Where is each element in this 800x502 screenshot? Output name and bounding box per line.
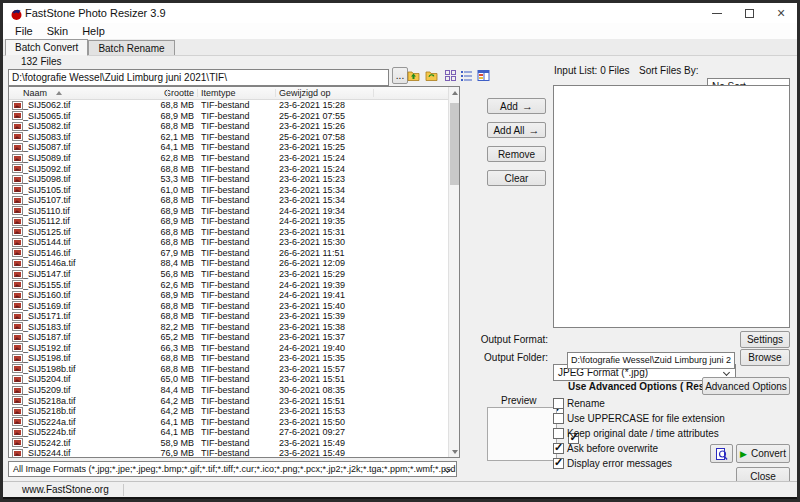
minimize-button[interactable] — [701, 3, 733, 23]
file-name: _SIJ5209.tif — [23, 385, 129, 395]
add-button[interactable]: Add→ — [487, 98, 546, 114]
table-row[interactable]: _SIJ5112.tif 68,9 MB TIF-bestand 24-6-20… — [9, 216, 448, 227]
checkbox-label: Display error messages — [567, 458, 672, 469]
settings-button[interactable]: Settings — [740, 331, 790, 348]
table-row[interactable]: _SIJ5083.tif 62,1 MB TIF-bestand 25-6-20… — [9, 132, 448, 143]
close-window-button[interactable]: × — [765, 3, 797, 23]
convert-button[interactable]: ▶ Convert — [736, 444, 790, 463]
tab-batch-rename[interactable]: Batch Rename — [88, 40, 174, 55]
image-file-icon — [12, 333, 23, 342]
menu-skin[interactable]: Skin — [40, 24, 75, 38]
table-row[interactable]: _SIJ5098.tif 53,3 MB TIF-bestand 23-6-20… — [9, 174, 448, 185]
scrollbar-thumb[interactable] — [450, 103, 459, 185]
option-checkbox-row[interactable]: Display error messages — [553, 458, 725, 470]
table-row[interactable]: _SIJ5146a.tif 88,4 MB TIF-bestand 26-6-2… — [9, 258, 448, 269]
column-header-itemtype[interactable]: Itemtype — [201, 88, 236, 98]
table-row[interactable]: _SIJ5107.tif 68,8 MB TIF-bestand 23-6-20… — [9, 195, 448, 206]
remove-button[interactable]: Remove — [487, 146, 546, 162]
option-checkbox-row[interactable]: Keep original date / time attributes — [553, 427, 725, 439]
table-row[interactable]: _SIJ5209.tif 84,4 MB TIF-bestand 30-6-20… — [9, 385, 448, 396]
table-row[interactable]: _SIJ5171.tif 68,8 MB TIF-bestand 23-6-20… — [9, 311, 448, 322]
table-row[interactable]: _SIJ5198b.tif 68,8 MB TIF-bestand 23-6-2… — [9, 364, 448, 375]
file-type: TIF-bestand — [201, 427, 279, 437]
maximize-button[interactable] — [733, 3, 765, 23]
image-file-icon — [12, 417, 23, 426]
folder-refresh-icon[interactable] — [424, 68, 438, 82]
image-file-icon — [12, 343, 23, 352]
file-modified: 23-6-2021 15:34 — [279, 195, 448, 205]
checkbox[interactable] — [553, 443, 564, 454]
image-file-icon — [12, 238, 23, 247]
file-name: _SIJ5062.tif — [23, 100, 129, 110]
thumbnails-view-icon[interactable] — [443, 68, 457, 82]
advanced-options-button[interactable]: Advanced Options — [702, 377, 790, 395]
option-checkbox-row[interactable]: Rename — [553, 397, 725, 409]
column-header-naam[interactable]: Naam — [23, 88, 47, 98]
file-name: _SIJ5082.tif — [23, 121, 129, 131]
file-type: TIF-bestand — [201, 100, 279, 110]
file-modified: 23-6-2021 15:29 — [279, 269, 448, 279]
menu-file[interactable]: File — [8, 24, 40, 38]
table-row[interactable]: _SIJ5160.tif 68,9 MB TIF-bestand 24-6-20… — [9, 290, 448, 301]
clear-button[interactable]: Clear — [487, 170, 546, 186]
source-path-input[interactable] — [8, 69, 389, 86]
browse-button[interactable]: Browse — [740, 349, 790, 366]
table-row[interactable]: _SIJ5169.tif 68,8 MB TIF-bestand 23-6-20… — [9, 300, 448, 311]
folder-up-icon[interactable] — [406, 68, 420, 82]
vertical-scrollbar[interactable] — [448, 87, 459, 457]
table-row[interactable]: _SIJ5147.tif 56,8 MB TIF-bestand 23-6-20… — [9, 269, 448, 280]
table-row[interactable]: _SIJ5198.tif 68,8 MB TIF-bestand 23-6-20… — [9, 353, 448, 364]
table-row[interactable]: _SIJ5105.tif 61,0 MB TIF-bestand 23-6-20… — [9, 184, 448, 195]
table-row[interactable]: _SIJ5110.tif 68,9 MB TIF-bestand 24-6-20… — [9, 205, 448, 216]
file-name: _SIJ5192.tif — [23, 343, 129, 353]
table-row[interactable]: _SIJ5087.tif 64,1 MB TIF-bestand 23-6-20… — [9, 142, 448, 153]
add-all-button[interactable]: Add All→ — [487, 122, 546, 138]
table-row[interactable]: _SIJ5062.tif 68,8 MB TIF-bestand 23-6-20… — [9, 100, 448, 111]
option-checkbox-row[interactable]: Ask before overwrite — [553, 443, 725, 455]
output-folder-input[interactable] — [567, 352, 735, 369]
table-row[interactable]: _SIJ5218a.tif 64,2 MB TIF-bestand 23-6-2… — [9, 395, 448, 406]
column-header-gewijzigd[interactable]: Gewijzigd op — [279, 88, 331, 98]
table-row[interactable]: _SIJ5146.tif 67,9 MB TIF-bestand 26-6-20… — [9, 248, 448, 259]
file-size: 68,8 MB — [129, 353, 194, 363]
table-row[interactable]: _SIJ5224a.tif 64,1 MB TIF-bestand 23-6-2… — [9, 416, 448, 427]
file-name: _SIJ5147.tif — [23, 269, 129, 279]
menu-help[interactable]: Help — [75, 24, 112, 38]
table-row[interactable]: _SIJ5204.tif 65,0 MB TIF-bestand 23-6-20… — [9, 374, 448, 385]
input-list-box[interactable] — [553, 85, 790, 328]
formats-filter-value: All Image Formats (*.jpg;*.jpe;*.jpeg;*.… — [9, 464, 456, 474]
list-view-icon[interactable] — [459, 68, 473, 82]
preview-conversion-button[interactable] — [710, 444, 733, 463]
table-row[interactable]: _SIJ5192.tif 66,3 MB TIF-bestand 24-6-20… — [9, 343, 448, 354]
image-file-icon — [12, 164, 23, 173]
table-row[interactable]: _SIJ5242.tif 58,9 MB TIF-bestand 23-6-20… — [9, 438, 448, 449]
table-row[interactable]: _SIJ5218b.tif 64,2 MB TIF-bestand 23-6-2… — [9, 406, 448, 417]
scroll-down-icon[interactable] — [449, 446, 460, 457]
table-row[interactable]: _SIJ5187.tif 65,2 MB TIF-bestand 23-6-20… — [9, 332, 448, 343]
checkbox[interactable] — [553, 458, 564, 469]
checkbox[interactable] — [553, 398, 564, 409]
checkbox[interactable] — [553, 428, 564, 439]
table-row[interactable]: _SIJ5155.tif 62,6 MB TIF-bestand 24-6-20… — [9, 279, 448, 290]
table-row[interactable]: _SIJ5082.tif 68,8 MB TIF-bestand 23-6-20… — [9, 121, 448, 132]
table-row[interactable]: _SIJ5125.tif 68,8 MB TIF-bestand 23-6-20… — [9, 227, 448, 238]
file-size: 68,8 MB — [129, 237, 194, 247]
column-header-grootte[interactable]: Grootte — [129, 88, 194, 98]
file-name: _SIJ5089.tif — [23, 153, 129, 163]
checkbox[interactable] — [553, 413, 564, 424]
tab-batch-convert[interactable]: Batch Convert — [5, 39, 88, 56]
table-row[interactable]: _SIJ5092.tif 68,8 MB TIF-bestand 23-6-20… — [9, 163, 448, 174]
formats-filter-dropdown[interactable]: All Image Formats (*.jpg;*.jpe;*.jpeg;*.… — [8, 461, 457, 477]
file-modified: 23-6-2021 15:34 — [279, 185, 448, 195]
details-view-icon[interactable] — [476, 68, 490, 82]
file-name: _SIJ5144.tif — [23, 237, 129, 247]
file-type: TIF-bestand — [201, 301, 279, 311]
table-row[interactable]: _SIJ5183.tif 82,2 MB TIF-bestand 23-6-20… — [9, 321, 448, 332]
table-row[interactable]: _SIJ5089.tif 62,8 MB TIF-bestand 23-6-20… — [9, 153, 448, 164]
scroll-up-icon[interactable] — [449, 87, 460, 98]
table-row[interactable]: _SIJ5224b.tif 64,1 MB TIF-bestand 27-6-2… — [9, 427, 448, 438]
table-row[interactable]: _SIJ5244.tif 76,9 MB TIF-bestand 23-6-20… — [9, 448, 448, 457]
option-checkbox-row[interactable]: Use UPPERCASE for file extension — [553, 412, 725, 424]
table-row[interactable]: _SIJ5065.tif 68,9 MB TIF-bestand 25-6-20… — [9, 111, 448, 122]
table-row[interactable]: _SIJ5144.tif 68,8 MB TIF-bestand 23-6-20… — [9, 237, 448, 248]
